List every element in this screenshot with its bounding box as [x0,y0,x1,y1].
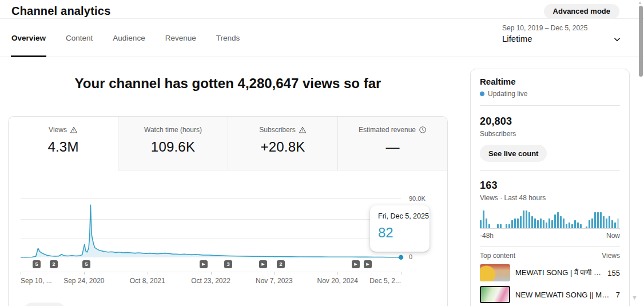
video-count-marker[interactable]: 3 [224,260,232,268]
hourly-views-bar [557,212,559,228]
see-live-count-button[interactable]: See live count [480,145,547,162]
scroll-up-arrow-icon[interactable]: ▲ [638,0,642,5]
y-axis-label-bottom: 0 [409,253,412,260]
views-line [21,205,401,257]
video-marker-icon[interactable]: ▶ [259,260,267,268]
top-content-row[interactable]: MEWATI SONG | मैं पाणी भर... 155 [480,264,620,281]
area-fill [21,205,401,257]
metric-card-subscribers[interactable]: Subscribers +20.8K [228,117,337,170]
tab-revenue[interactable]: Revenue [165,19,196,57]
hourly-views-bar [600,212,602,228]
analytics-tab-bar: Overview Content Audience Revenue Trends… [0,19,644,57]
top-content-label: Top content [480,252,515,260]
views-column-label: Views [602,252,620,260]
overview-analytics-card: Views 4.3M Watch time (hours) 109.6K Sub… [8,116,448,306]
current-day-dot [399,255,403,260]
x-axis-label: Nov 20, 2024 [317,277,357,285]
scrollbar-thumb[interactable] [639,6,643,77]
hourly-views-bar [526,210,527,228]
hourly-views-bar [511,220,513,228]
hourly-views-bar [528,212,530,228]
tabs-container: Overview Content Audience Revenue Trends [11,19,240,57]
hourly-views-bar [617,218,619,228]
hourly-views-bar [520,216,522,228]
metric-watch-label: Watch time (hours) [144,126,202,134]
metric-card-watch-time[interactable]: Watch time (hours) 109.6K [118,117,228,170]
hourly-views-bar [486,218,487,228]
hourly-views-bar [591,218,593,228]
hourly-views-bar [491,228,493,228]
realtime-bar-chart [480,210,620,229]
tab-audience[interactable]: Audience [113,19,145,57]
hourly-views-bar [500,224,502,228]
hourly-views-bar [494,228,496,228]
see-more-button[interactable] [23,303,66,306]
realtime-subscribers-label: Subscribers [471,130,629,138]
x-axis-tick [84,272,85,275]
hourly-views-bar [517,218,519,228]
video-thumbnail[interactable] [480,264,510,281]
video-marker-icon[interactable]: ▶ [352,260,360,268]
tooltip-date: Fri, Dec 5, 2025 [378,212,430,220]
video-count-marker[interactable]: 2 [277,260,285,268]
hourly-views-bar [480,220,482,228]
x-axis-label: Nov 7, 2023 [256,277,293,285]
live-dot-icon [480,92,484,96]
hourly-views-bar [514,218,516,228]
hourly-views-bar [569,222,570,228]
hourly-views-bar [563,218,565,228]
views-line-chart [21,198,401,257]
hourly-views-bar [548,218,550,228]
hourly-views-bar [508,224,510,228]
hourly-views-bar [574,220,576,228]
hourly-views-bar [497,224,499,228]
x-axis-tick [148,272,148,275]
hourly-views-bar [583,228,585,228]
metric-subs-label: Subscribers [259,126,295,134]
video-thumbnail[interactable] [480,286,510,303]
date-preset-label: Lifetime [502,34,628,43]
hourly-views-bar [580,224,582,228]
metric-views-value: 4.3M [9,139,118,155]
video-marker-icon[interactable]: ▶ [200,260,208,268]
hourly-views-bar [560,216,562,228]
tab-trends[interactable]: Trends [216,19,240,57]
metric-revenue-label: Estimated revenue [359,126,416,134]
date-range-text: Sep 10, 2019 – Dec 5, 2025 [502,24,628,32]
video-count-marker[interactable]: 5 [82,260,90,268]
tooltip-value: 82 [378,225,430,241]
x-axis-tick [211,272,212,275]
hourly-views-bar [611,220,613,228]
video-count-marker[interactable]: 5 [33,260,41,268]
axis-right-label: Now [606,232,620,240]
x-axis-label: Oct 23, 2022 [191,277,230,285]
hourly-views-bar [609,216,610,228]
video-count-marker[interactable]: 2 [50,260,58,268]
metric-card-revenue[interactable]: Estimated revenue — [337,117,447,170]
x-axis-label: Oct 8, 2021 [130,277,165,285]
video-views: 155 [607,269,620,277]
hourly-views-bar [506,224,507,228]
hourly-views-bar [483,210,484,228]
play-icon: ▶ [354,262,357,266]
metric-card-views[interactable]: Views 4.3M [9,117,118,170]
video-marker-icon[interactable]: ▶ [364,260,372,268]
hourly-views-bar [554,214,556,228]
hourly-views-bar [614,222,616,228]
play-icon: ▶ [261,262,264,266]
advanced-mode-button[interactable]: Advanced mode [544,4,619,19]
tab-overview[interactable]: Overview [11,19,46,57]
metric-views-label: Views [49,126,67,134]
metric-watch-value: 109.6K [118,139,228,155]
video-views: 7 [616,291,620,299]
tab-content[interactable]: Content [66,19,93,57]
x-axis-label: Sep 24, 2020 [63,277,104,285]
x-axis-tick [401,272,401,275]
top-content-row[interactable]: NEW MEWATI SONG || MEWA... 7 [480,286,620,303]
date-range-picker[interactable]: Sep 10, 2019 – Dec 5, 2025 Lifetime [502,24,628,53]
realtime-title: Realtime [471,69,629,86]
realtime-card: Realtime Updating live 20,803 Subscriber… [470,69,630,306]
y-axis-label-top: 90.0K [409,195,426,202]
scroll-down-arrow-icon[interactable]: ▼ [631,294,638,301]
hourly-views-bar [594,212,596,228]
